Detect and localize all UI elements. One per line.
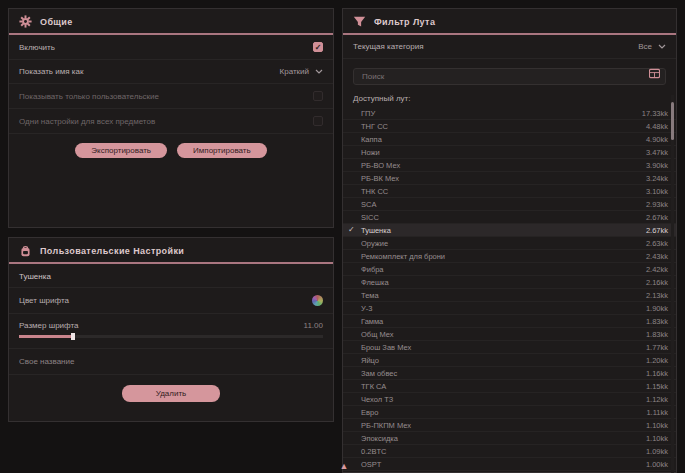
- loot-item-name: ТНК СС: [361, 187, 388, 196]
- loot-item-name: SCA: [361, 200, 376, 209]
- slider-fill: [19, 335, 71, 338]
- loot-item-value: 1.12kk: [646, 395, 668, 404]
- loot-item-name: Ножи: [361, 148, 380, 157]
- loot-item-value: 2.63kk: [646, 239, 668, 248]
- available-loot-label: Доступный лут:: [343, 91, 676, 107]
- loot-item-name: ТНГ СС: [361, 122, 388, 131]
- loot-item-row[interactable]: ✓ ТГК СА 1.15kk: [343, 380, 676, 393]
- loot-item-row[interactable]: ✓ SCA 2.93kk: [343, 198, 676, 211]
- loot-list-scrollbar[interactable]: [671, 95, 674, 473]
- category-row: Текущая категория Все: [343, 35, 676, 59]
- loot-item-name: Общ Мех: [361, 330, 393, 339]
- loot-item-row[interactable]: ✓ Тушенка 2.67kk: [343, 224, 676, 237]
- category-select[interactable]: Все: [638, 42, 666, 51]
- loot-item-row[interactable]: ✓ РБ-ПКПМ Мех 1.10kk: [343, 419, 676, 432]
- search-input[interactable]: [353, 68, 666, 85]
- name-display-row: Показать имя как Краткий: [9, 60, 333, 84]
- loot-item-row[interactable]: ✓ У-3 1.90kk: [343, 302, 676, 315]
- search-options-icon[interactable]: [649, 68, 660, 79]
- loot-item-row[interactable]: ✓ SICC 2.67kk: [343, 211, 676, 224]
- loot-item-row[interactable]: ✓ Чехол ТЗ 1.12kk: [343, 393, 676, 406]
- loot-item-name: Тема: [361, 291, 379, 300]
- enable-label: Включить: [19, 43, 55, 52]
- name-display-value: Краткий: [280, 67, 309, 76]
- loot-item-row[interactable]: ✓ Каппа 4.90kk: [343, 133, 676, 146]
- loot-item-name: Каппа: [361, 135, 382, 144]
- export-button[interactable]: Экспортировать: [75, 143, 167, 158]
- custom-name-input[interactable]: [9, 349, 333, 375]
- loot-item-value: 1.83kk: [646, 317, 668, 326]
- delete-row: Удалить: [9, 375, 333, 412]
- loot-item-name: Ремкомплект для брони: [361, 252, 445, 261]
- loot-item-row[interactable]: ✓ Яйцо 1.20kk: [343, 354, 676, 367]
- loot-item-value: 1.09kk: [646, 447, 668, 456]
- loot-item-name: РБ-ПКПМ Мех: [361, 421, 411, 430]
- loot-item-row[interactable]: ✓ Евро 1.11kk: [343, 406, 676, 419]
- loot-item-row[interactable]: ✓ OSPT 1.00kk: [343, 458, 676, 471]
- loot-item-name: Брош Зав Мех: [361, 343, 411, 352]
- loot-item-row[interactable]: ✓ Фибра 2.42kk: [343, 263, 676, 276]
- loot-item-row[interactable]: ✓ Ножи 3.47kk: [343, 146, 676, 159]
- one-setting-label: Одни настройки для всех предметов: [19, 117, 155, 126]
- name-display-select[interactable]: Краткий: [280, 67, 323, 76]
- loot-item-row[interactable]: ✓ РБ-ВК Мех 3.24kk: [343, 172, 676, 185]
- only-custom-row: Показывать только пользовательские: [9, 84, 333, 109]
- only-custom-label: Показывать только пользовательские: [19, 92, 159, 101]
- only-custom-checkbox[interactable]: [313, 91, 323, 101]
- loot-item-value: 3.47kk: [646, 148, 668, 157]
- loot-item-value: 1.16kk: [646, 369, 668, 378]
- filter-panel-header: Фильтр Лута: [343, 9, 676, 35]
- loot-item-value: 2.13kk: [646, 291, 668, 300]
- loot-item-row[interactable]: ✓ 0.2BTC 1.09kk: [343, 445, 676, 458]
- loot-item-row[interactable]: ✓ Гамма 1.83kk: [343, 315, 676, 328]
- enable-checkbox[interactable]: ✓: [313, 42, 323, 52]
- loot-item-name: SICC: [361, 213, 379, 222]
- export-import-row: Экспортировать Импортировать: [9, 134, 333, 167]
- filter-panel-title: Фильтр Лута: [374, 17, 435, 27]
- loot-item-name: OSPT: [361, 460, 381, 469]
- font-size-slider[interactable]: [19, 335, 323, 338]
- slider-thumb[interactable]: [71, 333, 75, 340]
- general-settings-panel: Общие Включить ✓ Показать имя как Кратки…: [8, 8, 334, 228]
- color-wheel-icon[interactable]: [312, 295, 323, 306]
- loot-item-row[interactable]: ✓ Брош Зав Мех 1.77kk: [343, 341, 676, 354]
- loot-item-row[interactable]: ✓ Флешка 2.16kk: [343, 276, 676, 289]
- font-size-label: Размер шрифта: [19, 321, 78, 330]
- loot-item-row[interactable]: ✓ РБ-ВО Мех 3.90kk: [343, 159, 676, 172]
- general-panel-title: Общие: [40, 17, 73, 27]
- loot-item-name: Оружие: [361, 239, 388, 248]
- one-setting-checkbox[interactable]: [313, 116, 323, 126]
- custom-panel-title: Пользовательские Настройки: [40, 246, 184, 256]
- loot-item-name: У-3: [361, 304, 372, 313]
- funnel-icon: [353, 15, 366, 28]
- loot-item-name: Эпоксидка: [361, 434, 398, 443]
- loot-item-row[interactable]: ✓ Зам обвес 1.16kk: [343, 367, 676, 380]
- loot-item-name: РБ-ВК Мех: [361, 174, 399, 183]
- loot-item-value: 1.77kk: [646, 343, 668, 352]
- loot-item-value: 17.33kk: [642, 109, 668, 118]
- loot-item-row[interactable]: ✓ ГПУ 17.33kk: [343, 107, 676, 120]
- loot-item-row[interactable]: ✓ ТНГ СС 4.48kk: [343, 120, 676, 133]
- enable-row: Включить ✓: [9, 35, 333, 60]
- scrollbar-thumb[interactable]: [671, 102, 674, 140]
- delete-button[interactable]: Удалить: [122, 385, 221, 402]
- loot-item-value: 1.10kk: [646, 434, 668, 443]
- loot-item-row[interactable]: ✓ Тема 2.13kk: [343, 289, 676, 302]
- loot-item-value: 2.42kk: [646, 265, 668, 274]
- font-color-row[interactable]: Цвет шрифта: [9, 288, 333, 314]
- loot-item-value: 1.90kk: [646, 304, 668, 313]
- custom-panel-header: Пользовательские Настройки: [9, 238, 333, 264]
- loot-item-value: 2.16kk: [646, 278, 668, 287]
- loot-item-row[interactable]: ✓ ТНК СС 3.10kk: [343, 185, 676, 198]
- loot-item-row[interactable]: ✓ Ремкомплект для брони 2.43kk: [343, 250, 676, 263]
- chevron-down-icon: [658, 44, 666, 49]
- loot-item-row[interactable]: ✓ Общ Мех 1.83kk: [343, 328, 676, 341]
- loot-item-name: РБ-ВО Мех: [361, 161, 400, 170]
- one-setting-row: Одни настройки для всех предметов: [9, 109, 333, 134]
- loot-item-row[interactable]: ✓ Оружие 2.63kk: [343, 237, 676, 250]
- import-button[interactable]: Импортировать: [177, 143, 267, 158]
- loot-item-row[interactable]: ✓ Эпоксидка 1.10kk: [343, 432, 676, 445]
- resize-handle-icon[interactable]: ▲: [338, 462, 350, 471]
- loot-item-value: 1.10kk: [646, 421, 668, 430]
- loot-item-name: Зам обвес: [361, 369, 397, 378]
